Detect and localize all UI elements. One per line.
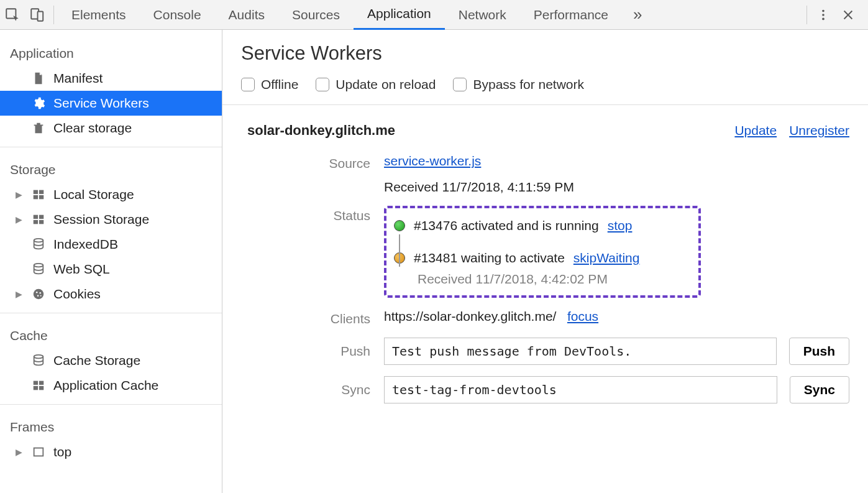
trash-icon <box>31 121 46 135</box>
panel-tabs: Elements Console Audits Sources Applicat… <box>58 0 803 30</box>
tab-elements[interactable]: Elements <box>58 0 140 30</box>
origin-row: solar-donkey.glitch.me Update Unregister <box>241 116 849 154</box>
client-url: https://solar-donkey.glitch.me/ <box>384 309 556 323</box>
stop-link[interactable]: stop <box>608 218 633 233</box>
tab-performance[interactable]: Performance <box>520 0 622 30</box>
inspect-element-icon[interactable] <box>0 0 25 30</box>
table-icon <box>31 188 46 201</box>
sidebar-heading-storage: Storage <box>0 154 222 182</box>
label-status: Status <box>241 206 384 223</box>
chevron-right-icon: ▶ <box>14 289 24 299</box>
database-icon <box>31 354 46 367</box>
svg-rect-26 <box>34 448 43 456</box>
svg-point-19 <box>37 295 39 297</box>
svg-point-20 <box>40 295 42 297</box>
sidebar-item-application-cache[interactable]: ▶ Application Cache <box>0 373 222 398</box>
document-icon <box>31 71 46 85</box>
sidebar-item-session-storage[interactable]: ▶ Session Storage <box>0 207 222 232</box>
sidebar-item-label: Clear storage <box>53 121 132 136</box>
tab-audits[interactable]: Audits <box>215 0 278 30</box>
sidebar-item-label: IndexedDB <box>53 237 118 252</box>
svg-rect-11 <box>39 215 43 219</box>
bypass-for-network-checkbox[interactable]: Bypass for network <box>453 77 584 92</box>
chevron-right-icon: ▶ <box>14 447 24 457</box>
chevron-right-icon: ▶ <box>14 214 24 224</box>
status-connector-line <box>399 234 400 267</box>
tab-console[interactable]: Console <box>140 0 215 30</box>
sync-row: Sync <box>384 376 849 403</box>
push-input[interactable] <box>384 338 777 365</box>
topbar-separator <box>53 6 54 24</box>
push-row: Push <box>384 338 849 365</box>
application-sidebar: Application ▶ Manifest ▶ Service Workers… <box>0 30 222 493</box>
sidebar-item-top-frame[interactable]: ▶ top <box>0 440 222 464</box>
checkbox-icon <box>453 78 467 91</box>
checkbox-icon <box>316 78 329 91</box>
label-push: Push <box>241 338 384 359</box>
svg-point-16 <box>34 289 44 300</box>
service-workers-panel: Service Workers Offline Update on reload… <box>222 30 868 493</box>
sync-button[interactable]: Sync <box>790 376 849 403</box>
unregister-link[interactable]: Unregister <box>789 123 849 138</box>
svg-rect-22 <box>34 381 38 385</box>
svg-rect-25 <box>39 386 43 390</box>
push-button[interactable]: Push <box>789 338 849 365</box>
svg-point-15 <box>34 264 43 267</box>
svg-point-3 <box>822 9 825 12</box>
sidebar-item-websql[interactable]: ▶ Web SQL <box>0 257 222 282</box>
sidebar-item-label: Cache Storage <box>53 353 140 368</box>
sidebar-item-cache-storage[interactable]: ▶ Cache Storage <box>0 348 222 373</box>
database-icon <box>31 262 46 276</box>
svg-point-18 <box>39 292 41 294</box>
skip-waiting-link[interactable]: skipWaiting <box>573 251 640 265</box>
source-file-link[interactable]: service-worker.js <box>384 154 481 168</box>
svg-rect-10 <box>34 215 38 219</box>
gear-icon <box>31 96 46 110</box>
tab-sources[interactable]: Sources <box>278 0 354 30</box>
label-source: Source <box>241 154 384 171</box>
sidebar-item-indexeddb[interactable]: ▶ IndexedDB <box>0 232 222 257</box>
label-sync: Sync <box>241 376 384 397</box>
checkbox-icon <box>241 78 255 91</box>
sidebar-item-service-workers[interactable]: ▶ Service Workers <box>0 91 222 116</box>
sidebar-item-local-storage[interactable]: ▶ Local Storage <box>0 182 222 207</box>
sidebar-item-label: Web SQL <box>53 262 110 277</box>
svg-rect-8 <box>34 195 38 199</box>
source-received: Received 11/7/2018, 4:11:59 PM <box>384 180 849 195</box>
sidebar-item-clear-storage[interactable]: ▶ Clear storage <box>0 116 222 141</box>
svg-rect-7 <box>39 190 43 194</box>
status-dot-green-icon <box>394 220 405 231</box>
status-activated-text: #13476 activated and is running <box>414 218 599 233</box>
update-on-reload-checkbox[interactable]: Update on reload <box>316 77 436 92</box>
sidebar-item-label: top <box>53 445 71 459</box>
cookie-icon <box>31 287 46 301</box>
sidebar-item-label: Application Cache <box>53 378 158 393</box>
more-tabs-button[interactable]: » <box>622 0 653 30</box>
checkbox-label: Update on reload <box>336 77 436 92</box>
sidebar-item-cookies[interactable]: ▶ Cookies <box>0 282 222 306</box>
svg-rect-12 <box>34 220 38 224</box>
update-link[interactable]: Update <box>734 123 777 138</box>
sidebar-heading-frames: Frames <box>0 411 222 440</box>
tab-network[interactable]: Network <box>445 0 520 30</box>
table-icon <box>31 213 46 226</box>
sidebar-item-label: Cookies <box>53 287 101 302</box>
svg-rect-23 <box>39 381 43 385</box>
checkbox-label: Offline <box>261 77 298 92</box>
svg-point-5 <box>822 17 825 20</box>
sidebar-heading-cache: Cache <box>0 320 222 348</box>
status-waiting-text: #13481 waiting to activate <box>414 251 565 265</box>
device-toggle-icon[interactable] <box>25 0 50 30</box>
focus-link[interactable]: focus <box>567 309 598 323</box>
settings-kebab-icon[interactable] <box>811 0 836 30</box>
offline-checkbox[interactable]: Offline <box>241 77 298 92</box>
sidebar-item-manifest[interactable]: ▶ Manifest <box>0 66 222 91</box>
sidebar-item-label: Session Storage <box>53 212 149 227</box>
close-devtools-icon[interactable] <box>836 0 861 30</box>
svg-rect-24 <box>34 386 38 390</box>
sync-input[interactable] <box>384 376 777 403</box>
tab-application[interactable]: Application <box>354 0 445 30</box>
source-value: service-worker.js Received 11/7/2018, 4:… <box>384 154 849 195</box>
svg-rect-13 <box>39 220 43 224</box>
devtools-topbar: Elements Console Audits Sources Applicat… <box>0 0 868 30</box>
